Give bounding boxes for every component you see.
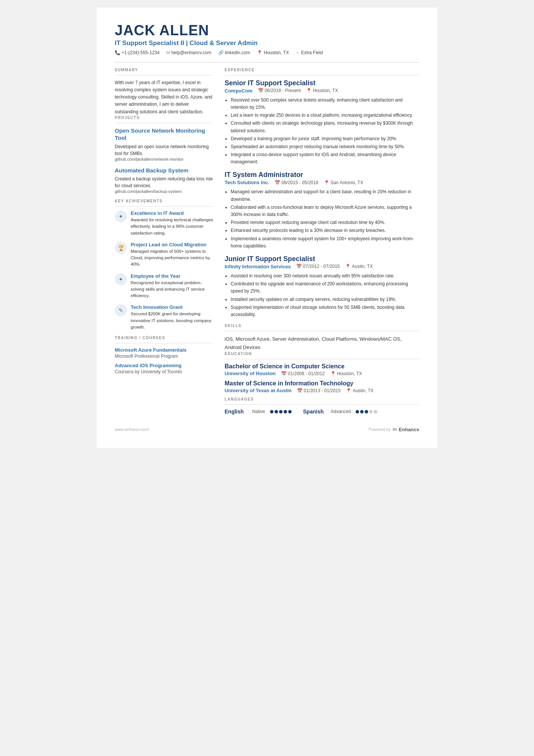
bullet-2-0: Assisted in resolving over 300 network i…: [231, 272, 419, 280]
enhancv-brand: Enhancv: [399, 427, 419, 432]
dot-1-1: [360, 410, 364, 413]
cal-icon-edu-1: 📅: [297, 388, 303, 393]
bullet-0-0: Resolved over 500 complex service ticket…: [231, 97, 419, 111]
education-section: EDUCATION Bachelor of Science in Compute…: [225, 352, 419, 393]
email-contact: ✉ help@enhancv.com: [166, 50, 211, 55]
calendar-icon-0: 📅: [258, 88, 264, 93]
lang-level-0: Native: [252, 409, 265, 414]
phone-text: +1-(234)-555-1234: [122, 50, 159, 55]
phone-icon: 📞: [115, 50, 120, 55]
edu-meta-0: University of Houston 📅 01/2008 - 01/201…: [225, 371, 419, 376]
extra-contact: ☆ Extra Field: [296, 50, 323, 55]
edu-item-1: Master of Science in Information Technol…: [225, 380, 419, 393]
dot-0-4: [288, 410, 292, 413]
email-text: help@enhancv.com: [171, 50, 211, 55]
achievement-item-2: ✦ Employee of the Year Recognized for ex…: [115, 273, 213, 299]
linkedin-contact: 🔗 linkedin.com: [218, 50, 250, 55]
lang-level-1: Advanced: [331, 409, 351, 414]
training-org-1: Coursera by University of Toronto: [115, 369, 213, 374]
summary-label: SUMMARY: [115, 68, 213, 72]
achievement-item-3: ✎ Tech Innovation Grant Secured $200K gr…: [115, 304, 213, 330]
star-icon: ☆: [296, 50, 300, 55]
bullet-0-1: Led a team to migrate 250 devices to a c…: [231, 112, 419, 119]
skills-divider: [225, 331, 419, 331]
skills-label: SKILLS: [225, 324, 419, 328]
bullet-0-5: Integrated a cross-device support system…: [231, 151, 419, 166]
exp-title-0: Senior IT Support Specialist: [225, 79, 419, 87]
edu-item-0: Bachelor of Science in Computer Science …: [225, 363, 419, 376]
exp-loc-2: 📍 Austin, TX: [345, 264, 373, 269]
bullet-1-4: Implemented a seamless remote support sy…: [231, 235, 419, 250]
exp-meta-2: Infinity Information Services 📅 07/2012 …: [225, 264, 419, 269]
header: JACK ALLEN IT Support Specialist II | Cl…: [115, 23, 419, 55]
skills-section: SKILLS iOS, Microsoft Azure, Server Admi…: [225, 324, 419, 352]
achievement-text-2: Recognized for exceptional problem-solvi…: [131, 280, 213, 299]
exp-bullets-2: Assisted in resolving over 300 network i…: [225, 272, 419, 318]
lang-dots-0: [270, 410, 292, 413]
exp-bullets-0: Resolved over 500 complex service ticket…: [225, 97, 419, 166]
bullet-2-3: Supported implementation of cloud storag…: [231, 304, 419, 318]
candidate-title: IT Support Specialist II | Cloud & Serve…: [115, 39, 419, 47]
bullet-1-1: Collaborated with a cross-functional tea…: [231, 204, 419, 218]
experience-divider: [225, 75, 419, 75]
candidate-name: JACK ALLEN: [115, 23, 419, 39]
edu-meta-1: University of Texas at Austin 📅 01/2013 …: [225, 388, 419, 393]
summary-divider: [115, 75, 213, 75]
bullet-1-3: Enhanced security protocols leading to a…: [231, 227, 419, 234]
achievement-item-0: ✦ Excellence in IT Award Awarded for res…: [115, 210, 213, 236]
training-label: TRAINING / COURSES: [115, 336, 213, 340]
footer-website: www.enhancv.com: [115, 427, 149, 432]
project-desc-1: Created a backup system reducing data lo…: [115, 175, 213, 189]
exp-title-2: Junior IT Support Specialist: [225, 255, 419, 263]
project-item-0: Open Source Network Monitoring Tool Deve…: [115, 127, 213, 161]
location-text: Houston, TX: [264, 50, 289, 55]
loc-edu-icon-1: 📍: [346, 388, 351, 393]
phone-contact: 📞 +1-(234)-555-1234: [115, 50, 159, 55]
achievement-content-1: Project Lead on Cloud Migration Managed …: [131, 242, 213, 268]
education-divider: [225, 359, 419, 359]
bullet-2-1: Contributed to the upgrade and maintenan…: [231, 280, 419, 295]
dot-1-4: [374, 410, 377, 413]
powered-label: Powered by: [368, 427, 390, 432]
achievement-icon-1: 🏆: [115, 242, 127, 254]
achievement-title-1: Project Lead on Cloud Migration: [131, 242, 213, 247]
exp-loc-1: 📍 San Antonio, TX: [324, 180, 364, 185]
experience-section: EXPERIENCE Senior IT Support Specialist …: [225, 68, 419, 318]
link-icon: 🔗: [218, 50, 224, 55]
achievement-content-0: Excellence in IT Award Awarded for resol…: [131, 210, 213, 236]
experience-label: EXPERIENCE: [225, 68, 419, 72]
footer: www.enhancv.com Powered by ∞ Enhancv: [115, 426, 419, 433]
bullet-0-4: Spearheaded an automation project reduci…: [231, 143, 419, 150]
dot-0-0: [270, 410, 273, 413]
projects-label: PROJECTS: [115, 116, 213, 120]
bullet-1-2: Provided remote support reducing average…: [231, 219, 419, 226]
right-column: EXPERIENCE Senior IT Support Specialist …: [225, 68, 419, 415]
loc-icon-1: 📍: [324, 180, 329, 185]
languages-label: LANGUAGES: [225, 397, 419, 401]
calendar-icon-2: 📅: [296, 264, 302, 269]
edu-school-0: University of Houston: [225, 371, 276, 376]
cal-icon-edu-0: 📅: [281, 371, 287, 376]
exp-title-1: IT System Administrator: [225, 171, 419, 179]
location-contact: 📍 Houston, TX: [257, 50, 289, 55]
languages-section: LANGUAGES English Native: [225, 397, 419, 415]
achievements-section: KEY ACHIEVEMENTS ✦ Excellence in IT Awar…: [115, 199, 213, 330]
edu-date-0: 📅 01/2008 - 01/2012: [281, 371, 325, 376]
education-label: EDUCATION: [225, 352, 419, 356]
exp-meta-1: Tech Solutions Inc. 📅 08/2015 - 05/2018 …: [225, 180, 419, 185]
exp-job-1: IT System Administrator Tech Solutions I…: [225, 171, 419, 250]
training-section: TRAINING / COURSES Microsoft Azure Funda…: [115, 336, 213, 374]
achievement-content-3: Tech Innovation Grant Secured $200K gran…: [131, 304, 213, 330]
projects-divider: [115, 123, 213, 123]
extra-text: Extra Field: [301, 50, 323, 55]
contact-bar: 📞 +1-(234)-555-1234 ✉ help@enhancv.com 🔗…: [115, 50, 419, 55]
projects-section: PROJECTS Open Source Network Monitoring …: [115, 116, 213, 194]
resume-page: JACK ALLEN IT Support Specialist II | Cl…: [97, 8, 437, 448]
training-title-0: Microsoft Azure Fundamentals: [115, 347, 213, 353]
dot-0-2: [279, 410, 283, 413]
header-divider: [115, 62, 419, 63]
project-desc-0: Developed an open source network monitor…: [115, 143, 213, 157]
left-column: SUMMARY With over 7 years of IT expertis…: [115, 68, 213, 415]
achievement-text-3: Secured $200K grant for developing innov…: [131, 311, 213, 330]
edu-degree-1: Master of Science in Information Technol…: [225, 380, 419, 387]
